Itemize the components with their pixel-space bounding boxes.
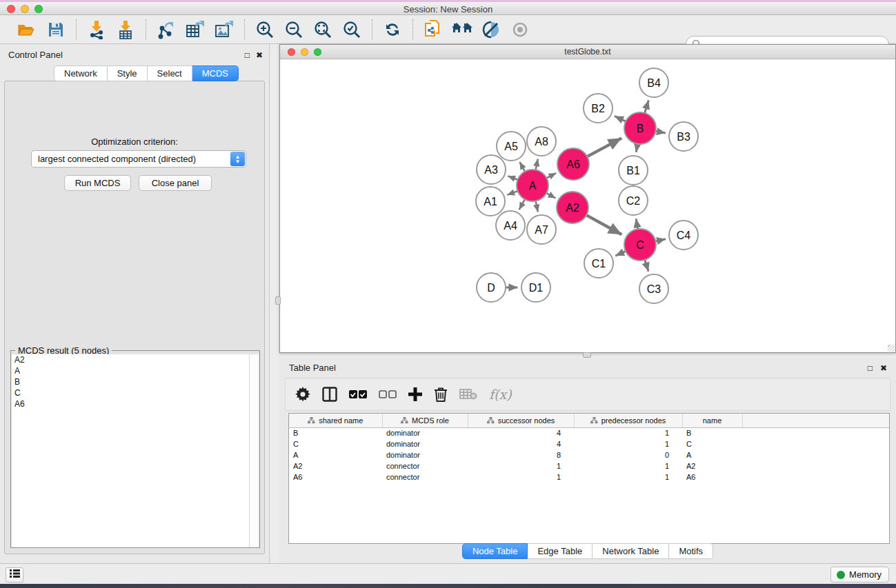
table-cell[interactable]: dominator — [382, 449, 468, 460]
zoom-selected-icon[interactable] — [340, 19, 364, 41]
table-cell[interactable]: B — [682, 427, 742, 438]
edge-A-A7[interactable] — [536, 201, 538, 212]
edge-A2-C[interactable] — [586, 215, 621, 234]
edge-C-C4[interactable] — [655, 239, 666, 241]
edge-A-A2[interactable] — [546, 193, 555, 198]
close-panel-icon[interactable]: ✖ — [256, 50, 263, 60]
refresh-icon[interactable] — [381, 19, 404, 41]
mcds-result-item[interactable]: A6 — [12, 398, 249, 409]
deselect-all-icon[interactable] — [379, 384, 397, 405]
table-cell[interactable]: A — [682, 449, 742, 460]
table-cell[interactable]: 1 — [574, 460, 682, 472]
export-network-icon[interactable] — [155, 19, 178, 41]
tab-mcds[interactable]: MCDS — [192, 65, 239, 81]
edge-B-B2[interactable] — [615, 116, 626, 121]
table-cell[interactable]: 0 — [574, 449, 682, 460]
table-cell[interactable]: B — [289, 427, 382, 438]
table-cell[interactable]: connector — [382, 472, 468, 483]
save-session-icon[interactable] — [44, 19, 68, 41]
mcds-result-item[interactable]: A2 — [12, 354, 249, 365]
table-cell[interactable]: A — [289, 449, 382, 460]
criterion-select[interactable]: largest connected component (directed) ▲… — [31, 150, 246, 168]
edge-A6-B[interactable] — [587, 138, 621, 156]
import-network-icon[interactable] — [85, 19, 108, 41]
tab-edge-table[interactable]: Edge Table — [528, 543, 593, 559]
splitter-handle-horizontal[interactable] — [583, 352, 591, 358]
table-cell[interactable]: A6 — [682, 472, 742, 483]
task-history-button[interactable] — [6, 567, 23, 582]
zoom-fit-icon[interactable] — [311, 19, 335, 41]
network-canvas[interactable]: B4B2BB3B1A5A8A6A3AA1C2A2A4A7C4CC1C3DD1 — [280, 59, 895, 352]
table-settings-icon[interactable] — [295, 384, 310, 405]
tab-network-table[interactable]: Network Table — [593, 543, 669, 559]
close-table-panel-icon[interactable]: ✖ — [880, 363, 887, 373]
edge-A-A6[interactable] — [546, 173, 556, 178]
delete-column-icon[interactable] — [434, 384, 448, 405]
home-icon[interactable] — [450, 19, 474, 41]
float-table-panel-icon[interactable]: □ — [868, 363, 873, 373]
export-table-icon[interactable] — [183, 19, 207, 41]
table-row[interactable]: A2connector11A2 — [289, 460, 889, 472]
table-row[interactable]: A6connector11A6 — [289, 472, 889, 483]
table-cell[interactable]: A2 — [682, 460, 742, 472]
zoom-out-icon[interactable] — [282, 19, 306, 41]
select-all-icon[interactable] — [349, 384, 367, 405]
edge-A-A5[interactable] — [519, 162, 525, 172]
tab-style[interactable]: Style — [108, 65, 148, 81]
edge-C-C2[interactable] — [636, 219, 637, 229]
splitter-handle[interactable] — [275, 296, 281, 305]
edge-B-B1[interactable] — [636, 144, 637, 152]
edge-B-B3[interactable] — [656, 131, 666, 133]
export-image-icon[interactable] — [212, 19, 236, 41]
table-cell[interactable]: dominator — [382, 438, 468, 449]
table-row[interactable]: Cdominator41C — [289, 438, 889, 449]
run-mcds-button[interactable]: Run MCDS — [64, 175, 131, 191]
clone-network-icon[interactable] — [421, 19, 445, 41]
edge-C-C3[interactable] — [645, 260, 648, 272]
window-resize-grip[interactable] — [888, 345, 895, 352]
open-session-icon[interactable] — [15, 19, 39, 41]
hide-graphics-icon[interactable] — [479, 19, 503, 41]
table-row[interactable]: Adominator80A — [289, 449, 889, 460]
table-row[interactable]: Bdominator41B — [289, 427, 889, 438]
mcds-result-scrollbar[interactable] — [249, 354, 259, 547]
float-panel-icon[interactable]: □ — [245, 50, 250, 60]
table-cell[interactable]: 1 — [468, 460, 574, 472]
table-cell[interactable]: A2 — [289, 460, 382, 472]
column-header-predecessor-nodes[interactable]: predecessor nodes — [574, 414, 682, 427]
column-header-name[interactable]: name — [682, 414, 742, 427]
table-cell[interactable]: 1 — [574, 427, 682, 438]
mcds-result-item[interactable]: B — [12, 376, 249, 387]
column-view-icon[interactable] — [322, 384, 337, 405]
edge-A-A4[interactable] — [519, 199, 525, 210]
table-cell[interactable]: 1 — [574, 438, 682, 449]
edge-A-A1[interactable] — [507, 191, 517, 195]
zoom-in-icon[interactable] — [253, 19, 277, 41]
import-table-icon[interactable] — [114, 19, 137, 41]
delete-table-icon[interactable] — [459, 384, 477, 405]
table-cell[interactable]: 4 — [468, 438, 574, 449]
table-cell[interactable]: C — [289, 438, 382, 449]
table-cell[interactable]: 8 — [468, 449, 574, 460]
column-header-successor-nodes[interactable]: successor nodes — [468, 414, 574, 427]
add-column-icon[interactable] — [408, 384, 422, 405]
mcds-result-item[interactable]: A — [12, 365, 249, 376]
tab-select[interactable]: Select — [148, 65, 192, 81]
mcds-result-list[interactable]: A2ABCA6 — [12, 354, 250, 547]
network-window-titlebar[interactable]: testGlobe.txt — [280, 45, 895, 59]
tab-network[interactable]: Network — [54, 65, 108, 81]
tab-node-table[interactable]: Node Table — [462, 543, 528, 559]
table-cell[interactable]: connector — [382, 460, 468, 472]
edge-A-A8[interactable] — [536, 159, 538, 170]
memory-button[interactable]: Memory — [830, 567, 889, 582]
mcds-result-item[interactable]: C — [12, 387, 249, 398]
table-cell[interactable]: 1 — [468, 472, 574, 483]
table-cell[interactable]: dominator — [382, 427, 468, 438]
table-cell[interactable]: A6 — [289, 472, 382, 483]
function-builder-icon[interactable]: f(x) — [489, 384, 512, 405]
edge-A-A3[interactable] — [508, 176, 517, 179]
eye-icon[interactable] — [508, 19, 532, 41]
column-header-MCDS-role[interactable]: MCDS role — [382, 414, 468, 427]
column-header-shared-name[interactable]: shared name — [289, 414, 382, 427]
table-cell[interactable]: 1 — [574, 472, 682, 483]
